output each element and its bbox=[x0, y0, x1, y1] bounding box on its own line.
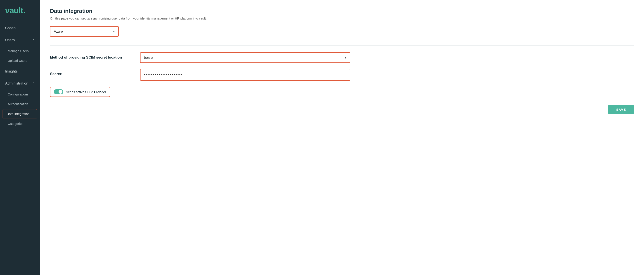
administration-label: Administration bbox=[5, 81, 28, 86]
sidebar-item-configurations[interactable]: Configurations bbox=[0, 90, 40, 99]
sidebar-nav: Cases Users ⌃ Manage Users Upload Users … bbox=[0, 22, 40, 275]
sidebar-item-manage-users[interactable]: Manage Users bbox=[0, 46, 40, 56]
main-content: Data integration On this page you can se… bbox=[40, 0, 644, 275]
active-scim-toggle-wrapper[interactable]: Set as active SCIM Provider bbox=[50, 87, 110, 97]
logo: vault. bbox=[5, 6, 34, 15]
users-label: Users bbox=[5, 38, 14, 42]
form-section: Method of providing SCIM secret location… bbox=[50, 52, 350, 97]
logo-area: vault. bbox=[0, 0, 40, 22]
sidebar-item-categories[interactable]: Categories bbox=[0, 119, 40, 128]
sidebar-item-users[interactable]: Users ⌃ bbox=[0, 34, 40, 46]
sidebar-item-insights[interactable]: Insights bbox=[0, 66, 40, 78]
sidebar-item-cases[interactable]: Cases bbox=[0, 22, 40, 34]
users-chevron-icon: ⌃ bbox=[32, 38, 34, 42]
page-subtitle: On this page you can set up synchronizin… bbox=[50, 16, 634, 20]
scim-method-label: Method of providing SCIM secret location bbox=[50, 52, 132, 60]
toggle-switch[interactable] bbox=[54, 89, 63, 94]
secret-input[interactable] bbox=[140, 69, 350, 80]
provider-select-wrapper[interactable]: Azure Okta Google LDAP bbox=[50, 26, 119, 37]
provider-select[interactable]: Azure Okta Google LDAP bbox=[50, 26, 118, 36]
sidebar-item-authentication[interactable]: Authentication bbox=[0, 99, 40, 109]
scim-method-select-wrapper[interactable]: bearer header query bbox=[140, 52, 350, 63]
secret-label: Secret: bbox=[50, 69, 132, 76]
save-button[interactable]: SAVE bbox=[608, 105, 634, 114]
toggle-thumb bbox=[58, 90, 62, 94]
administration-chevron-icon: ⌃ bbox=[32, 82, 34, 85]
sidebar: vault. Cases Users ⌃ Manage Users Upload… bbox=[0, 0, 40, 275]
insights-label: Insights bbox=[5, 69, 18, 74]
page-title: Data integration bbox=[50, 8, 634, 14]
save-btn-row: SAVE bbox=[50, 105, 634, 114]
toggle-label: Set as active SCIM Provider bbox=[66, 90, 106, 94]
cases-label: Cases bbox=[5, 26, 16, 30]
provider-select-inner: Azure Okta Google LDAP bbox=[50, 26, 118, 36]
toggle-section: Set as active SCIM Provider bbox=[50, 87, 350, 97]
sidebar-item-data-integration[interactable]: Data Integration bbox=[2, 109, 37, 118]
sidebar-item-upload-users[interactable]: Upload Users bbox=[0, 56, 40, 66]
section-divider bbox=[50, 45, 634, 46]
sidebar-item-administration[interactable]: Administration ⌃ bbox=[0, 78, 40, 90]
secret-input-wrapper[interactable] bbox=[140, 69, 350, 81]
scim-method-select[interactable]: bearer header query bbox=[140, 53, 350, 62]
